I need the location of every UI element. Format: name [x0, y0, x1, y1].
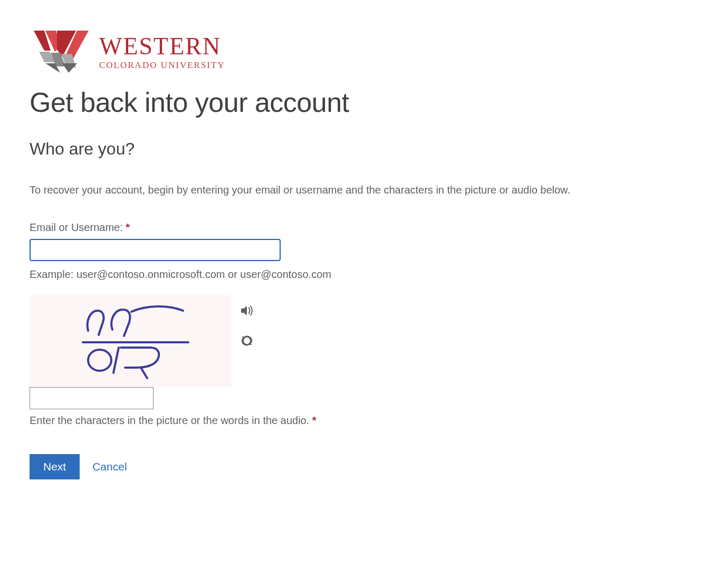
refresh-icon: [241, 340, 253, 348]
required-mark: *: [126, 222, 130, 233]
email-label: Email or Username: *: [30, 222, 698, 234]
refresh-captcha-button[interactable]: [241, 335, 253, 348]
email-label-text: Email or Username:: [30, 222, 126, 233]
captcha-instruction-text: Enter the characters in the picture or t…: [30, 415, 312, 426]
email-field[interactable]: [30, 239, 281, 261]
logo-block: WESTERN COLORADO UNIVERSITY: [30, 26, 698, 77]
svg-point-9: [88, 350, 111, 371]
page-subtitle: Who are you?: [30, 139, 698, 159]
captcha-instruction: Enter the characters in the picture or t…: [30, 415, 698, 427]
logo-icon: [30, 26, 92, 77]
email-example: Example: user@contoso.onmicrosoft.com or…: [30, 268, 698, 281]
cancel-button[interactable]: Cancel: [92, 460, 127, 473]
speaker-icon: [241, 310, 253, 318]
logo-sub-text: COLORADO UNIVERSITY: [99, 61, 225, 70]
logo-main-text: WESTERN: [99, 34, 225, 59]
page-title: Get back into your account: [30, 86, 698, 118]
logo-text: WESTERN COLORADO UNIVERSITY: [99, 34, 225, 70]
svg-marker-10: [241, 306, 247, 315]
next-button[interactable]: Next: [30, 454, 80, 479]
captcha-field[interactable]: [30, 387, 154, 409]
audio-captcha-button[interactable]: [241, 305, 253, 318]
required-mark: *: [312, 415, 317, 426]
svg-marker-8: [62, 63, 77, 73]
captcha-image: [30, 295, 231, 387]
instruction-text: To recover your account, begin by enteri…: [30, 184, 698, 196]
